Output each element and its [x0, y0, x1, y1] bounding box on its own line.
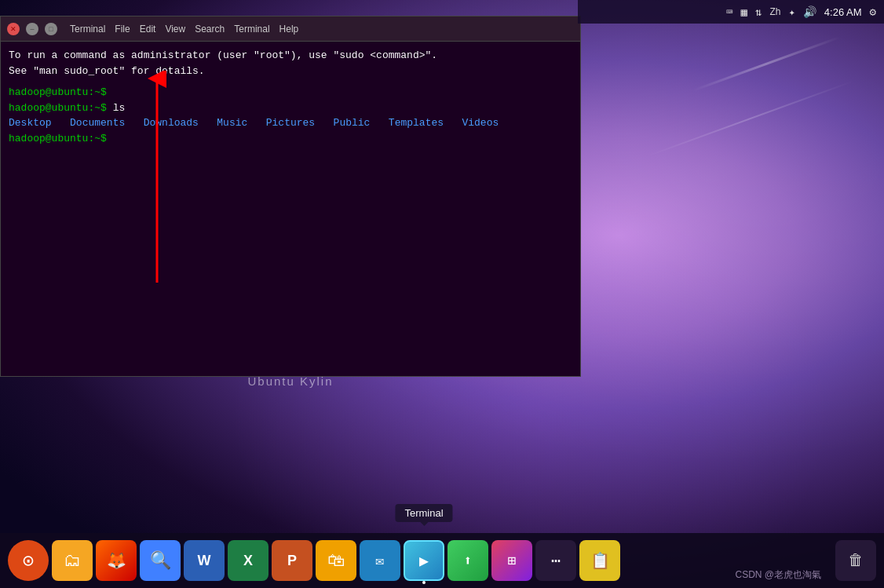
excel-button[interactable]: X	[228, 540, 268, 581]
csdn-watermark: CSDN @老虎也淘氣	[735, 568, 821, 582]
light-streak2	[647, 80, 854, 157]
terminal-icon: ▶	[419, 551, 429, 571]
kylin-icon: ⬆	[464, 552, 473, 569]
ppt-icon: P	[287, 553, 297, 569]
more-button[interactable]: ⋯	[535, 540, 576, 581]
kylin-button[interactable]: ⬆	[447, 540, 488, 581]
prompt-2: hadoop@ubuntu:~$	[9, 131, 572, 147]
mosaic-button[interactable]: ⊞	[491, 540, 532, 581]
mosaic-icon: ⊞	[508, 552, 517, 569]
menu-terminal[interactable]: Terminal	[234, 24, 269, 35]
volume-icon[interactable]: 🔊	[803, 5, 816, 19]
bluetooth-icon[interactable]: ✦	[788, 5, 795, 19]
word-icon: W	[198, 553, 211, 569]
close-button[interactable]: ✕	[7, 23, 20, 35]
minimize-button[interactable]: –	[26, 23, 38, 35]
terminal-body[interactable]: To run a command as administrator (user …	[1, 42, 580, 376]
light-streak	[692, 36, 841, 92]
network-icon[interactable]: ⇅	[755, 5, 762, 19]
ubuntu-logo-icon: ⊙	[23, 550, 34, 572]
files-button[interactable]: 🗂	[52, 540, 93, 581]
zh-icon[interactable]: Zh	[769, 6, 780, 17]
terminal-tooltip: Terminal	[395, 504, 452, 522]
menu-bar: Terminal File Edit View Search Terminal …	[70, 24, 298, 35]
trash-icon: 🗑	[848, 551, 864, 570]
command-ls: hadoop@ubuntu:~$ ls	[9, 100, 572, 116]
top-bar: ⌨ ▦ ⇅ Zh ✦ 🔊 4:26 AM ⚙	[578, 0, 884, 24]
terminal-button[interactable]: ▶	[404, 540, 444, 581]
terminal-window: ✕ – □ Terminal File Edit View Search Ter…	[0, 16, 581, 377]
terminal-titlebar: ✕ – □ Terminal File Edit View Search Ter…	[1, 16, 580, 42]
word-button[interactable]: W	[184, 540, 225, 581]
menu-terminal-app[interactable]: Terminal	[70, 24, 105, 35]
menu-file[interactable]: File	[115, 24, 130, 35]
firefox-button[interactable]: 🦊	[96, 540, 137, 581]
files-icon: 🗂	[64, 550, 81, 572]
search-button[interactable]: 🔍	[140, 540, 181, 581]
dots-icon: ⋯	[551, 551, 561, 571]
settings-icon[interactable]: ⚙	[870, 5, 876, 19]
active-indicator	[422, 581, 426, 584]
keyboard-icon[interactable]: ⌨	[726, 5, 732, 19]
calendar-icon[interactable]: ▦	[741, 5, 747, 19]
menu-view[interactable]: View	[165, 24, 185, 35]
store-icon: 🛍	[327, 550, 345, 572]
taskbar: ⊙ 🗂 🦊 🔍 W X P 🛍 ✉	[0, 533, 884, 588]
store-button[interactable]: 🛍	[316, 540, 356, 581]
excel-icon: X	[243, 553, 253, 569]
firefox-icon: 🦊	[107, 551, 126, 571]
sudo-notice-line1: To run a command as administrator (user …	[9, 48, 572, 64]
menu-edit[interactable]: Edit	[140, 24, 156, 35]
ubuntu-logo-button[interactable]: ⊙	[8, 540, 49, 581]
search-icon: 🔍	[150, 550, 171, 572]
menu-help[interactable]: Help	[279, 24, 299, 35]
maximize-button[interactable]: □	[45, 23, 57, 35]
ppt-button[interactable]: P	[272, 540, 312, 581]
terminal-area: Terminal ▶	[404, 540, 444, 581]
sudo-notice-line2: See "man sudo_root" for details.	[9, 64, 572, 79]
prompt-1: hadoop@ubuntu:~$	[9, 85, 572, 100]
system-time: 4:26 AM	[824, 6, 862, 18]
mail-button[interactable]: ✉	[360, 540, 400, 581]
trash-button[interactable]: 🗑	[835, 540, 876, 581]
notes-icon: 📋	[590, 551, 610, 571]
menu-search[interactable]: Search	[195, 24, 225, 35]
ls-output: Desktop Documents Downloads Music Pictur…	[9, 115, 572, 131]
notes-button[interactable]: 📋	[579, 540, 620, 581]
mail-icon: ✉	[376, 552, 385, 569]
desktop: ⌨ ▦ ⇅ Zh ✦ 🔊 4:26 AM ⚙ ✕ – □ Terminal Fi…	[0, 0, 884, 588]
